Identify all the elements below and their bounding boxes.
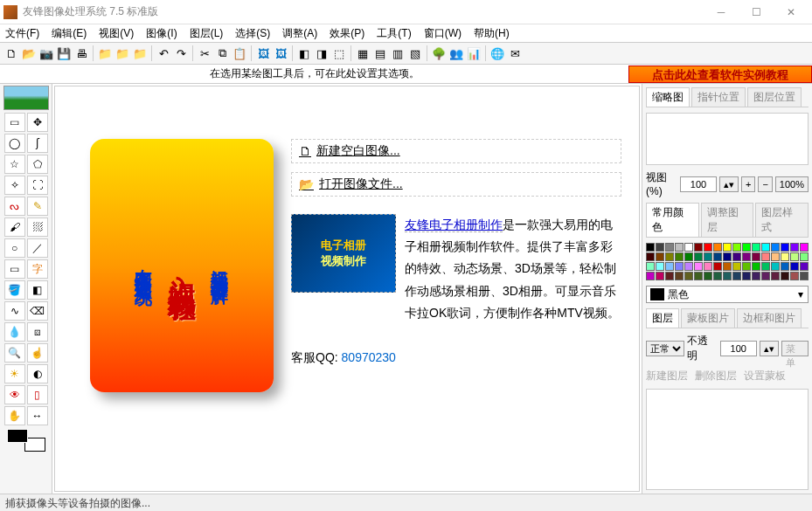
stack4-icon[interactable]: ▧ <box>407 45 423 61</box>
palette-swatch[interactable] <box>781 252 789 261</box>
lasso-tool[interactable]: ʃ <box>27 134 48 153</box>
tool-a-icon[interactable]: ◧ <box>296 45 312 61</box>
palette-swatch[interactable] <box>694 243 703 252</box>
layer-menu-button[interactable]: 菜单 <box>781 341 809 356</box>
palette-swatch[interactable] <box>646 272 655 280</box>
palette-swatch[interactable] <box>771 243 780 252</box>
palette-swatch[interactable] <box>742 243 751 252</box>
palette-swatch[interactable] <box>761 252 770 261</box>
tool-c-icon[interactable]: ⬚ <box>331 45 347 61</box>
menu-image[interactable]: 图像(I) <box>146 26 177 41</box>
menu-file[interactable]: 文件(F) <box>5 26 39 41</box>
tab-layers[interactable]: 图层 <box>646 308 679 328</box>
palette-swatch[interactable] <box>684 243 693 252</box>
palette-swatch[interactable] <box>646 262 655 271</box>
palette-swatch[interactable] <box>742 262 751 271</box>
bucket-tool[interactable]: 🪣 <box>4 280 25 300</box>
palette-swatch[interactable] <box>771 272 780 280</box>
palette-swatch[interactable] <box>790 272 799 280</box>
burn-tool[interactable]: ◐ <box>27 364 48 383</box>
tutorial-card[interactable]: 友锋图像处理系统 入门视频教程 视频演示语音讲解 <box>90 139 274 392</box>
palette-swatch[interactable] <box>752 243 760 252</box>
palette-swatch[interactable] <box>713 262 722 271</box>
palette-swatch[interactable] <box>713 272 722 280</box>
clip2-icon[interactable]: 🖼 <box>273 45 288 61</box>
star-tool[interactable]: ☆ <box>4 155 25 174</box>
wand-tool[interactable]: ✧ <box>4 176 25 195</box>
palette-swatch[interactable] <box>694 252 703 261</box>
navigator-thumb[interactable] <box>646 113 809 165</box>
capture-icon[interactable]: 📷 <box>38 45 54 61</box>
palette-swatch[interactable] <box>723 262 732 271</box>
zoom-100-button[interactable]: 100% <box>775 176 809 192</box>
palette-swatch[interactable] <box>665 252 674 261</box>
palette-swatch[interactable] <box>684 262 693 271</box>
frame-tool[interactable]: ▯ <box>27 385 48 404</box>
line-tool[interactable]: ／ <box>27 238 48 258</box>
ellipse-shape-tool[interactable]: ○ <box>4 238 25 258</box>
palette-swatch[interactable] <box>761 243 770 252</box>
tab-layer-pos[interactable]: 图层位置 <box>747 87 802 107</box>
redo-icon[interactable]: ↷ <box>173 45 189 61</box>
palette-swatch[interactable] <box>713 252 722 261</box>
marquee-rect-tool[interactable]: ▭ <box>4 113 25 132</box>
people-icon[interactable]: 👥 <box>448 45 464 61</box>
palette-swatch[interactable] <box>800 252 809 261</box>
palette-swatch[interactable] <box>790 262 799 271</box>
palette-swatch[interactable] <box>781 272 789 280</box>
stamp-tool[interactable]: ⧇ <box>27 322 48 342</box>
stack3-icon[interactable]: ▥ <box>390 45 406 61</box>
folder3-icon[interactable]: 📁 <box>132 45 148 61</box>
curve-tool[interactable]: ∿ <box>4 301 25 321</box>
menu-view[interactable]: 视图(V) <box>99 26 134 41</box>
undo-icon[interactable]: ↶ <box>156 45 171 61</box>
tree-icon[interactable]: 🌳 <box>431 45 447 61</box>
palette-swatch[interactable] <box>723 243 732 252</box>
move-tool[interactable]: ✥ <box>27 113 48 132</box>
palette-swatch[interactable] <box>713 243 722 252</box>
tool-b-icon[interactable]: ◨ <box>314 45 330 61</box>
palette-swatch[interactable] <box>790 252 799 261</box>
palette-swatch[interactable] <box>732 262 741 271</box>
menu-adjust[interactable]: 调整(A) <box>282 26 317 41</box>
stack2-icon[interactable]: ▤ <box>372 45 388 61</box>
tab-layer-style[interactable]: 图层样式 <box>755 203 809 237</box>
palette-swatch[interactable] <box>781 243 789 252</box>
rect-shape-tool[interactable]: ▭ <box>4 259 25 279</box>
open-image-link[interactable]: 📂 打开图像文件... <box>291 172 621 197</box>
palette-swatch[interactable] <box>656 243 664 252</box>
save-icon[interactable]: 💾 <box>56 45 72 61</box>
palette-swatch[interactable] <box>656 272 664 280</box>
color-swatch[interactable] <box>7 429 45 452</box>
menu-window[interactable]: 窗口(W) <box>424 26 462 41</box>
polygon-tool[interactable]: ⬠ <box>27 155 48 174</box>
palette-swatch[interactable] <box>684 272 693 280</box>
open-icon[interactable]: 📂 <box>21 45 37 61</box>
palette-swatch[interactable] <box>665 262 674 271</box>
brush-tool[interactable]: 🖌 <box>4 218 25 237</box>
marquee-ellipse-tool[interactable]: ◯ <box>4 134 25 153</box>
world-icon[interactable]: 🌐 <box>489 45 505 61</box>
album-link[interactable]: 友锋电子相册制作 <box>405 218 503 232</box>
palette-swatch[interactable] <box>771 262 780 271</box>
qq-number[interactable]: 80970230 <box>342 350 396 364</box>
new-icon[interactable]: 🗋 <box>3 45 19 61</box>
palette-swatch[interactable] <box>800 272 809 280</box>
set-mask-button[interactable]: 设置蒙板 <box>744 369 786 383</box>
fg-color-swatch[interactable] <box>7 429 28 443</box>
preview-thumb[interactable] <box>3 86 49 110</box>
palette-swatch[interactable] <box>732 272 741 280</box>
folder1-icon[interactable]: 📁 <box>97 45 113 61</box>
opacity-input[interactable] <box>720 341 757 356</box>
palette-swatch[interactable] <box>752 252 760 261</box>
palette-swatch[interactable] <box>800 243 809 252</box>
copy-icon[interactable]: ⧉ <box>214 45 230 61</box>
gradient-tool[interactable]: ◧ <box>27 280 48 300</box>
menu-effect[interactable]: 效果(P) <box>330 26 364 41</box>
paste-icon[interactable]: 📋 <box>232 45 247 61</box>
new-image-link[interactable]: 🗋 新建空白图像... <box>291 139 621 163</box>
palette-swatch[interactable] <box>704 252 712 261</box>
eye-tool[interactable]: 👁 <box>4 385 25 404</box>
palette-swatch[interactable] <box>800 262 809 271</box>
palette-swatch[interactable] <box>771 252 780 261</box>
